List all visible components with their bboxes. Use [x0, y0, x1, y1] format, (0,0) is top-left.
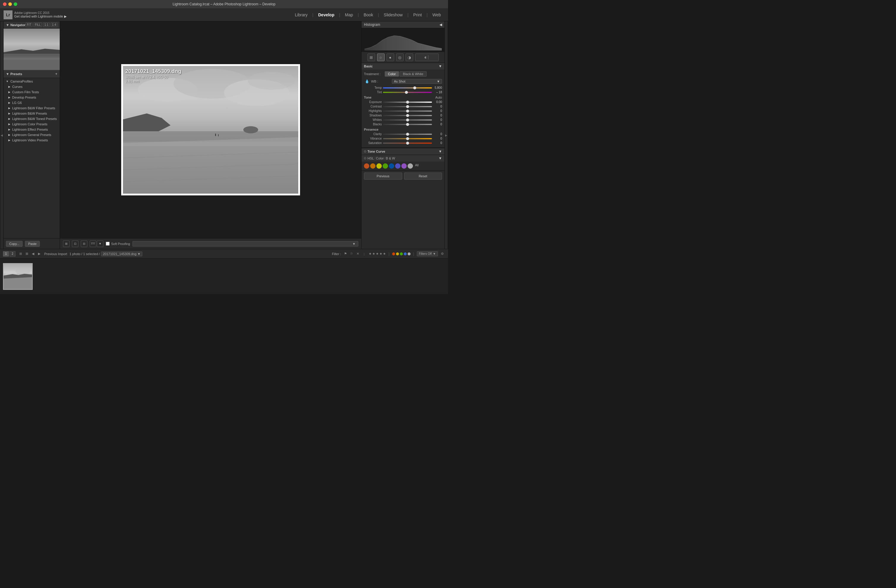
whites-thumb[interactable]	[406, 119, 409, 122]
previous-import-label[interactable]: Previous Import	[44, 252, 67, 256]
saturation-thumb[interactable]	[406, 142, 409, 145]
shadows-thumb[interactable]	[406, 114, 409, 117]
fill-button[interactable]: FILL	[34, 23, 42, 27]
blacks-thumb[interactable]	[406, 123, 409, 126]
star-2[interactable]: ★	[379, 252, 382, 256]
preset-lrgeneral-header[interactable]: ▶ Lightroom General Presets	[3, 132, 60, 137]
nav-book[interactable]: Book	[360, 11, 377, 18]
auto-button[interactable]: Auto	[435, 96, 442, 99]
photo-name-dropdown[interactable]: 20171021_145309.dng ▼	[101, 251, 142, 256]
filter-dropdown[interactable]: Filters Off ▼	[417, 251, 438, 256]
highlights-slider[interactable]	[383, 110, 432, 112]
clarity-thumb[interactable]	[406, 133, 409, 136]
swatch-yellow[interactable]	[376, 163, 382, 169]
grid-icon[interactable]: ⊟	[81, 241, 87, 247]
highlights-thumb[interactable]	[406, 110, 409, 113]
all-label[interactable]: All	[415, 163, 419, 169]
exposure-thumb[interactable]	[406, 101, 409, 104]
swatch-blue[interactable]	[395, 163, 401, 169]
loupe-view-icon[interactable]: ⊠	[24, 251, 29, 257]
contrast-thumb[interactable]	[406, 105, 409, 108]
nav-web[interactable]: Web	[429, 11, 445, 18]
tone-curve-header[interactable]: Tone Curve ▼	[361, 148, 445, 155]
eyedropper-tool[interactable]: 💧	[364, 78, 370, 84]
star-1[interactable]: ★	[383, 252, 386, 256]
shadows-slider[interactable]	[383, 115, 432, 116]
clarity-slider[interactable]	[383, 134, 432, 135]
temp-thumb[interactable]	[413, 87, 416, 89]
tint-slider[interactable]	[383, 92, 432, 93]
swatch-aqua[interactable]	[389, 163, 394, 169]
red-filter-dot[interactable]	[392, 253, 395, 255]
left-collapse-button[interactable]: ◀	[0, 21, 3, 249]
tone-curve-collapse[interactable]: ▼	[439, 149, 442, 154]
preset-lrbwfilter-header[interactable]: ▶ Lightroom B&W Filter Presets	[3, 105, 60, 111]
before-after-icon[interactable]: YY	[90, 241, 96, 247]
swatch-red[interactable]	[364, 163, 369, 169]
arrow-back-icon[interactable]: ◀	[30, 251, 36, 257]
nav-slideshow[interactable]: Slideshow	[380, 11, 407, 18]
fit-button[interactable]: FIT	[26, 23, 32, 27]
filter-settings-icon[interactable]: ⚙	[440, 251, 445, 257]
reject-filter-icon[interactable]: ✕	[355, 251, 361, 257]
right-collapse-button[interactable]: ▶	[445, 21, 448, 249]
nav-develop[interactable]: Develop	[315, 11, 338, 18]
tint-thumb[interactable]	[405, 91, 408, 94]
hsl-tab[interactable]: HSL	[367, 157, 374, 160]
blacks-slider[interactable]	[383, 124, 432, 125]
paste-button[interactable]: Paste	[25, 241, 40, 247]
green-filter-dot[interactable]	[400, 253, 403, 255]
soft-proofing-toggle[interactable]: Soft Proofing	[106, 242, 130, 245]
soft-proofing-dropdown[interactable]: ▼	[133, 241, 358, 247]
page-2-button[interactable]: 2	[9, 251, 15, 257]
gradient-tool[interactable]: ◑	[405, 53, 413, 61]
grid-view-tool[interactable]: ⊞	[367, 53, 375, 61]
preset-lgg6-header[interactable]: ▶ LG G6	[3, 100, 60, 105]
star-3[interactable]: ★	[376, 252, 379, 256]
nav-library[interactable]: Library	[291, 11, 311, 18]
spot-heal-tool[interactable]: ●	[387, 53, 394, 61]
flag-filter-icon[interactable]: ⚑	[343, 251, 348, 257]
page-1-button[interactable]: 1	[3, 251, 9, 257]
preset-lrvideo-header[interactable]: ▶ Lightroom Video Presets	[3, 137, 60, 143]
crop-tool[interactable]: ○	[377, 53, 385, 61]
arrow-icon[interactable]: ▶	[64, 15, 67, 18]
previous-button[interactable]: Previous	[364, 172, 402, 180]
preset-lrbw-header[interactable]: ▶ Lightroom B&W Presets	[3, 111, 60, 116]
navigator-arrow[interactable]: ▼	[6, 23, 9, 27]
preset-develop-header[interactable]: ▶ Develop Presets	[3, 95, 60, 100]
main-photo[interactable]	[123, 66, 298, 193]
right-panel-scroll[interactable]: Basic ▼ Treatment : Color Black & White	[361, 63, 445, 249]
preset-customfilm-header[interactable]: ▶ Custom Film Tests	[3, 89, 60, 95]
nav-print[interactable]: Print	[410, 11, 425, 18]
exposure-slider[interactable]	[383, 102, 432, 103]
histogram-collapse[interactable]: ◀	[439, 23, 442, 27]
temp-slider[interactable]	[383, 87, 432, 88]
wb-select[interactable]: As Shot ▼	[392, 79, 442, 84]
whites-slider[interactable]	[383, 119, 432, 120]
swatch-purple[interactable]	[401, 163, 407, 169]
compare-icon[interactable]: ▼	[97, 241, 104, 247]
star-4[interactable]: ★	[372, 252, 375, 256]
crop-tool-icon[interactable]: ⊞	[63, 241, 70, 247]
unflag-filter-icon[interactable]: ⚐	[349, 251, 354, 257]
filmstrip-thumb-1[interactable]	[3, 263, 33, 290]
traffic-lights[interactable]	[3, 2, 17, 6]
close-button[interactable]	[3, 2, 6, 6]
vibrance-slider[interactable]	[383, 138, 432, 139]
vibrance-thumb[interactable]	[406, 137, 409, 140]
basic-collapse[interactable]: ▼	[439, 64, 442, 68]
preset-lrcolor-header[interactable]: ▶ Lightroom Color Presets	[3, 122, 60, 127]
basic-panel-header[interactable]: Basic ▼	[361, 63, 445, 70]
saturation-slider[interactable]	[383, 143, 432, 144]
preset-curves-header[interactable]: ▶ Curves	[3, 84, 60, 89]
maximize-button[interactable]	[14, 2, 17, 6]
view-mode-icon[interactable]: ⊡	[72, 241, 78, 247]
reset-button[interactable]: Reset	[404, 172, 442, 180]
grid-view-icon[interactable]: ⊞	[18, 251, 23, 257]
purple-filter-dot[interactable]	[408, 253, 411, 255]
bw-tab[interactable]: B & W	[386, 157, 395, 160]
brush-tool[interactable]: ◐	[415, 53, 439, 61]
arrow-fwd-icon[interactable]: ▶	[37, 251, 42, 257]
bw-treatment-button[interactable]: Black & White	[399, 71, 426, 77]
